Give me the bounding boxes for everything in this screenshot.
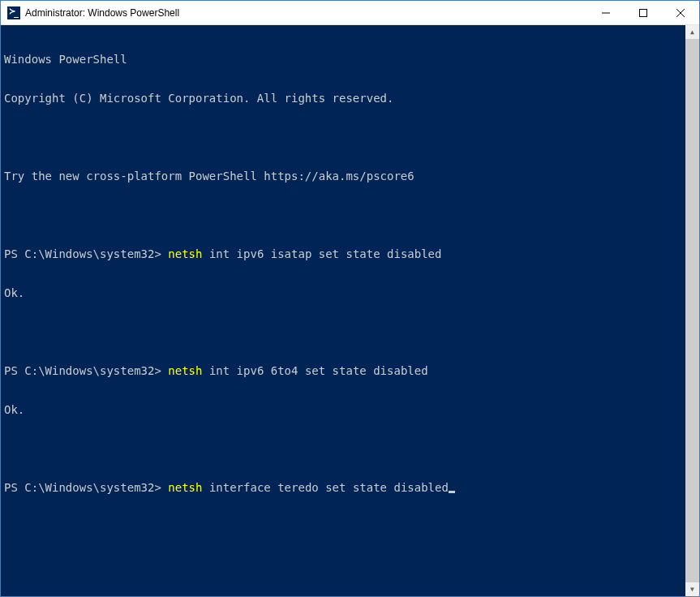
copyright-line: Copyright (C) Microsoft Corporation. All… bbox=[4, 92, 699, 105]
blank-line bbox=[4, 131, 699, 144]
close-button[interactable] bbox=[662, 1, 699, 24]
terminal-content: Windows PowerShell Copyright (C) Microso… bbox=[4, 27, 699, 520]
maximize-button[interactable] bbox=[625, 1, 662, 24]
window-title: Administrator: Windows PowerShell bbox=[25, 7, 587, 19]
prompt: PS C:\Windows\system32> bbox=[4, 481, 161, 494]
cmd-args: int ipv6 6to4 set state disabled bbox=[202, 364, 427, 377]
blank-line bbox=[4, 325, 699, 338]
terminal-area[interactable]: Windows PowerShell Copyright (C) Microso… bbox=[1, 25, 699, 596]
cmd-keyword: netsh bbox=[168, 481, 202, 494]
prompt: PS C:\Windows\system32> bbox=[4, 247, 161, 260]
scrollbar-thumb[interactable] bbox=[685, 39, 699, 582]
cmd-keyword: netsh bbox=[168, 364, 202, 377]
result-line: Ok. bbox=[4, 403, 699, 416]
minimize-button[interactable] bbox=[587, 1, 625, 24]
current-command-line: PS C:\Windows\system32> netsh interface … bbox=[4, 481, 699, 494]
scroll-up-arrow[interactable]: ▲ bbox=[685, 25, 699, 39]
command-line-1: PS C:\Windows\system32> netsh int ipv6 i… bbox=[4, 247, 699, 260]
cursor bbox=[449, 491, 455, 493]
window-controls bbox=[587, 1, 699, 24]
cmd-args: int ipv6 isatap set state disabled bbox=[202, 247, 441, 260]
blank-line bbox=[4, 208, 699, 221]
blank-line bbox=[4, 442, 699, 455]
vertical-scrollbar[interactable]: ▲ ▼ bbox=[685, 25, 699, 596]
window-titlebar: Administrator: Windows PowerShell bbox=[1, 1, 699, 25]
header-line: Windows PowerShell bbox=[4, 53, 699, 66]
powershell-icon bbox=[7, 6, 20, 19]
prompt: PS C:\Windows\system32> bbox=[4, 364, 161, 377]
cmd-args: interface teredo set state disabled bbox=[202, 481, 448, 494]
scrollbar-track[interactable] bbox=[685, 39, 699, 582]
command-line-2: PS C:\Windows\system32> netsh int ipv6 6… bbox=[4, 364, 699, 377]
cmd-keyword: netsh bbox=[168, 247, 202, 260]
try-message: Try the new cross-platform PowerShell ht… bbox=[4, 170, 699, 183]
scroll-down-arrow[interactable]: ▼ bbox=[685, 582, 699, 596]
result-line: Ok. bbox=[4, 286, 699, 299]
svg-rect-1 bbox=[640, 9, 647, 16]
